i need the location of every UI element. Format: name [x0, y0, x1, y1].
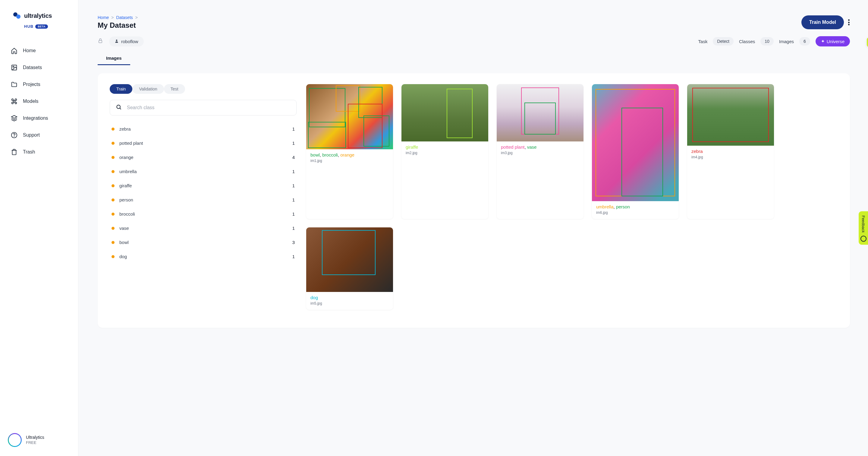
sidebar-item-label: Datasets — [23, 65, 42, 70]
content-panel: Train Validation Test zebra1potted plant… — [98, 73, 850, 328]
sidebar-item-integrations[interactable]: Integrations — [6, 111, 72, 126]
class-row[interactable]: dog1 — [110, 252, 297, 261]
class-row[interactable]: person1 — [110, 195, 297, 205]
card-filename: im4.jpg — [691, 155, 770, 159]
sidebar-item-trash[interactable]: Trash — [6, 144, 72, 160]
class-row[interactable]: broccoli1 — [110, 209, 297, 219]
class-count: 4 — [292, 155, 295, 160]
sidebar-item-datasets[interactable]: Datasets — [6, 60, 72, 75]
page-title: My Dataset — [98, 21, 138, 30]
class-name: giraffe — [119, 183, 132, 188]
smile-icon — [861, 236, 867, 242]
split-train[interactable]: Train — [110, 84, 132, 94]
class-count: 3 — [292, 240, 295, 245]
lock-icon — [98, 38, 103, 45]
card-filename: im2.jpg — [406, 151, 484, 155]
sidebar-item-label: Home — [23, 48, 36, 53]
class-row[interactable]: potted plant1 — [110, 138, 297, 148]
split-test[interactable]: Test — [164, 84, 185, 94]
svg-point-3 — [13, 66, 14, 67]
universe-button[interactable]: ✦ Universe — [815, 36, 850, 47]
footer-plan: FREE — [26, 440, 44, 446]
class-row[interactable]: bowl3 — [110, 237, 297, 247]
split-validation[interactable]: Validation — [132, 84, 164, 94]
class-row[interactable]: giraffe1 — [110, 181, 297, 191]
remove-tooltip[interactable]: Remove — [867, 37, 868, 47]
card-caption: umbrella, personim6.jpg — [592, 201, 679, 219]
card-label: giraffe — [406, 144, 418, 150]
class-name: dog — [119, 254, 127, 259]
image-card[interactable]: potted plant, vaseim3.jpg — [497, 84, 584, 219]
image-card[interactable]: zebraim4.jpg — [687, 84, 774, 219]
class-count: 1 — [292, 226, 295, 231]
command-icon — [11, 98, 18, 105]
card-image — [497, 84, 584, 141]
svg-point-5 — [14, 136, 14, 137]
footer-user: Ultralytics — [26, 435, 44, 440]
sidebar-item-projects[interactable]: Projects — [6, 77, 72, 92]
class-name: person — [119, 197, 133, 202]
class-list: zebra1potted plant1orange4umbrella1giraf… — [110, 124, 297, 261]
image-card[interactable]: bowl, broccoli, orangeim1.jpg — [306, 84, 393, 219]
card-image — [306, 84, 393, 149]
card-image — [306, 227, 393, 292]
class-row[interactable]: zebra1 — [110, 124, 297, 134]
card-label: bowl — [310, 152, 320, 158]
sidebar-item-models[interactable]: Models — [6, 94, 72, 109]
train-model-button[interactable]: Train Model — [801, 16, 844, 29]
search-input[interactable] — [110, 100, 297, 115]
class-dot-icon — [112, 212, 115, 216]
card-labels: giraffe — [406, 144, 484, 150]
class-dot-icon — [112, 227, 115, 230]
class-dot-icon — [112, 156, 115, 159]
breadcrumb-home[interactable]: Home — [98, 15, 109, 20]
image-card[interactable]: umbrella, personim6.jpg — [592, 84, 679, 219]
class-dot-icon — [112, 142, 115, 145]
class-row[interactable]: umbrella1 — [110, 167, 297, 176]
class-count: 1 — [292, 183, 295, 188]
class-count: 1 — [292, 211, 295, 217]
sidebar-item-label: Trash — [23, 149, 35, 155]
sidebar-item-support[interactable]: Support — [6, 127, 72, 143]
sidebar-item-home[interactable]: Home — [6, 43, 72, 58]
card-filename: im3.jpg — [501, 151, 579, 155]
help-icon — [11, 132, 18, 138]
image-card[interactable]: dogim5.jpg — [306, 227, 393, 310]
breadcrumb: Home > Datasets > — [98, 15, 138, 20]
bbox — [308, 122, 346, 148]
card-label: umbrella — [596, 204, 614, 209]
class-name: broccoli — [119, 211, 135, 217]
bbox — [447, 89, 472, 138]
sidebar-item-label: Support — [23, 133, 40, 138]
class-row[interactable]: orange4 — [110, 152, 297, 162]
main: Home > Datasets > My Dataset Train Model… — [79, 0, 868, 456]
tab-images[interactable]: Images — [98, 52, 130, 65]
class-count: 1 — [292, 126, 295, 132]
card-filename: im5.jpg — [310, 301, 389, 306]
card-label: broccoli — [322, 152, 338, 158]
class-dot-icon — [112, 127, 115, 131]
class-name: orange — [119, 155, 133, 160]
card-label: vase — [527, 144, 537, 150]
hub-text: HUB — [24, 24, 33, 29]
class-dot-icon — [112, 241, 115, 244]
split-tabs: Train Validation Test — [110, 84, 185, 94]
card-caption: zebraim4.jpg — [687, 146, 774, 164]
folder-icon — [11, 81, 18, 88]
class-name: potted plant — [119, 141, 143, 146]
sidebar-item-label: Integrations — [23, 115, 48, 121]
breadcrumb-datasets[interactable]: Datasets — [116, 15, 133, 20]
svg-point-1 — [16, 15, 21, 19]
image-card[interactable]: giraffeim2.jpg — [401, 84, 488, 219]
logo[interactable]: ultralytics — [13, 11, 72, 20]
owner-chip[interactable]: roboflow — [109, 36, 144, 47]
class-row[interactable]: vase1 — [110, 223, 297, 233]
sidebar-item-label: Projects — [23, 82, 40, 87]
sidebar-footer[interactable]: Ultralytics FREE — [6, 430, 72, 450]
card-image — [592, 84, 679, 201]
card-caption: giraffeim2.jpg — [401, 141, 488, 159]
beta-badge: BETA — [35, 24, 48, 29]
feedback-tab[interactable]: Feedback — [859, 211, 868, 245]
more-menu-button[interactable] — [848, 19, 850, 26]
sidebar: ultralytics HUB BETA Home Datasets Proje… — [0, 0, 79, 456]
